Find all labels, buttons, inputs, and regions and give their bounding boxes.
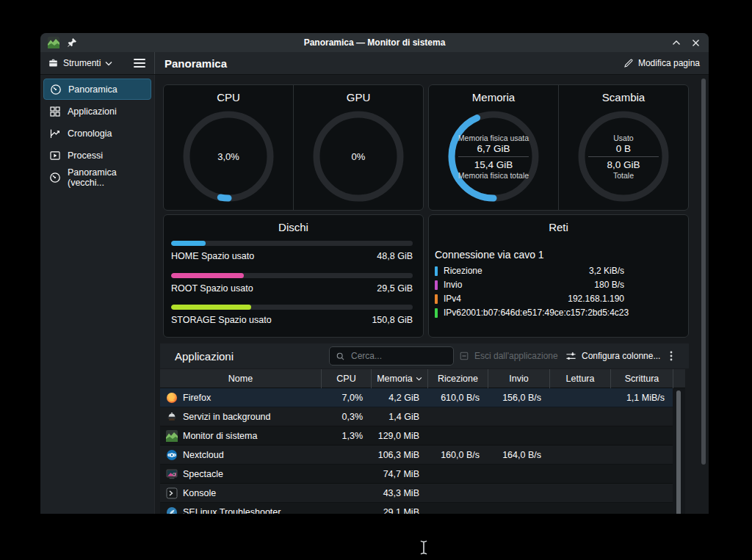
grid-icon [49,106,61,117]
search-input[interactable] [350,350,438,362]
cell-cpu: 7,0% [322,388,372,407]
cell-ricezione [428,484,488,502]
cell-memoria: 129,0 MiB [372,426,428,445]
pencil-icon [623,58,634,68]
sidebar-item-label: Applicazioni [68,106,117,117]
disk-value: 48,8 GiB [377,251,413,261]
table-scrollbar[interactable] [676,390,681,514]
vertical-dots-icon [670,350,673,362]
cell-cpu: 0,3% [322,407,372,426]
window-maximize-button[interactable] [670,37,682,48]
gauge-separator [458,156,529,157]
cell-ricezione [428,407,488,426]
cell-lettura [550,407,611,426]
disk-value: 29,5 GiB [377,283,413,294]
sidebar-item-processi[interactable]: Processi [43,145,151,166]
network-row-label: IPv6 [444,308,461,318]
overflow-menu-button[interactable] [670,343,673,368]
disks-title: Dischi [164,221,423,233]
column-header-cpu[interactable]: CPU [322,369,372,388]
quit-app-icon [459,351,469,361]
table-row-nextcloud[interactable]: Nextcloud 106,3 MiB 160,0 B/s 164,0 B/s [160,446,685,465]
cell-scrittura [611,503,673,514]
applications-table-header: Nome CPU Memoria Ricezione Invio Lettura… [160,369,685,388]
app-name: Nextcloud [183,450,224,460]
desktop: Panoramica — Monitor di sistema Strument… [0,0,752,560]
window-close-button[interactable] [690,37,701,48]
table-row-konsole[interactable]: Konsole 43,3 MiB [160,484,685,503]
cell-ricezione [428,503,488,514]
swap-used-label: Usato [613,134,633,142]
column-header-scrittura[interactable]: Scrittura [611,369,673,388]
cpu-value: 3,0% [217,151,239,162]
memory-total-label: Memoria fisica totale [458,171,529,180]
disk-value: 150,8 GiB [372,315,413,325]
cell-lettura [550,465,611,483]
titlebar[interactable]: Panoramica — Monitor di sistema [40,33,709,52]
cell-lettura [550,503,611,514]
column-header-invio[interactable]: Invio [488,369,550,388]
table-row-background-services[interactable]: Servizi in background 0,3% 1,4 GiB [160,407,685,426]
column-header-lettura[interactable]: Lettura [550,369,611,388]
toolbar-divider [154,52,155,74]
table-row-spectacle[interactable]: Spectacle 74,7 MiB [160,465,685,484]
memory-gauge: Memoria Memoria fisica usata 6,7 GiB 15,… [429,85,559,210]
firefox-icon [166,392,178,404]
legend-marker [435,280,438,290]
services-bell-icon [166,411,178,423]
table-row-firefox[interactable]: Firefox 7,0% 4,2 GiB 610,0 B/s 156,0 B/s… [160,388,685,407]
cell-scrittura [611,446,673,464]
disk-root: ROOT Spazio usato29,5 GiB [171,273,413,294]
sidebar-item-applicazioni[interactable]: Applicazioni [43,101,151,122]
cell-cpu [322,503,372,514]
column-header-corner [673,369,685,388]
edit-page-button[interactable]: Modifica pagina [623,58,700,68]
table-row-system-monitor[interactable]: Monitor di sistema 1,3% 129,0 MiB [160,426,685,446]
app-window: Panoramica — Monitor di sistema Strument… [40,33,709,514]
tools-menu-label: Strumenti [63,58,101,68]
search-box[interactable] [329,346,454,366]
configure-columns-button[interactable]: Configura colonne... [565,343,660,368]
network-title: Reti [429,221,688,233]
edit-page-label: Modifica pagina [638,58,700,68]
sidebar-item-cronologia[interactable]: Cronologia [43,123,151,144]
cell-invio [488,426,550,445]
cell-ricezione [428,465,488,483]
disk-bar-track [171,273,413,278]
memory-swap-card: Memoria Memoria fisica usata 6,7 GiB 15,… [428,84,689,211]
disk-bar-track [171,305,413,310]
quit-application-button[interactable]: Esci dall'applicazione [459,343,558,368]
sidebar: Panoramica Applicazioni Cronologia Proce… [40,75,154,514]
cell-invio: 156,0 B/s [488,388,550,407]
cell-scrittura: 1,1 MiB/s [611,388,673,407]
column-header-nome[interactable]: Nome [160,369,322,388]
memory-total-value: 15,4 GiB [474,159,513,170]
cell-cpu [322,465,372,483]
play-window-icon [49,150,61,161]
column-header-ricezione[interactable]: Ricezione [428,369,488,388]
cell-lettura [550,388,611,407]
disk-label: STORAGE Spazio usato [171,315,272,325]
app-name: Monitor di sistema [183,431,257,441]
cell-cpu: 1,3% [322,426,372,445]
cpu-gauge: CPU 3,0% [164,85,294,210]
sidebar-item-panoramica-vecchia[interactable]: Panoramica (vecchi... [43,167,151,188]
disk-label: HOME Spazio usato [171,251,254,261]
network-row-label: IPv4 [444,294,461,304]
menu-button[interactable] [134,59,145,68]
tools-menu-button[interactable]: Strumenti [48,58,112,68]
sidebar-item-panoramica[interactable]: Panoramica [43,79,151,100]
konsole-icon [166,487,178,499]
memory-title: Memoria [429,91,558,103]
network-connection-name: Connessione via cavo 1 [435,249,544,261]
cell-memoria: 4,2 GiB [372,388,428,407]
cell-invio [488,503,550,514]
sidebar-item-label: Processi [68,150,103,161]
page-scrollbar[interactable] [701,79,706,465]
legend-marker [435,308,438,318]
cell-cpu [322,484,372,502]
column-header-memoria[interactable]: Memoria [372,369,428,388]
cell-invio [488,407,550,426]
table-row-selinux[interactable]: SELinux Troubleshooter 29,1 MiB [160,503,685,514]
sidebar-item-label: Panoramica (vecchi... [68,167,151,188]
